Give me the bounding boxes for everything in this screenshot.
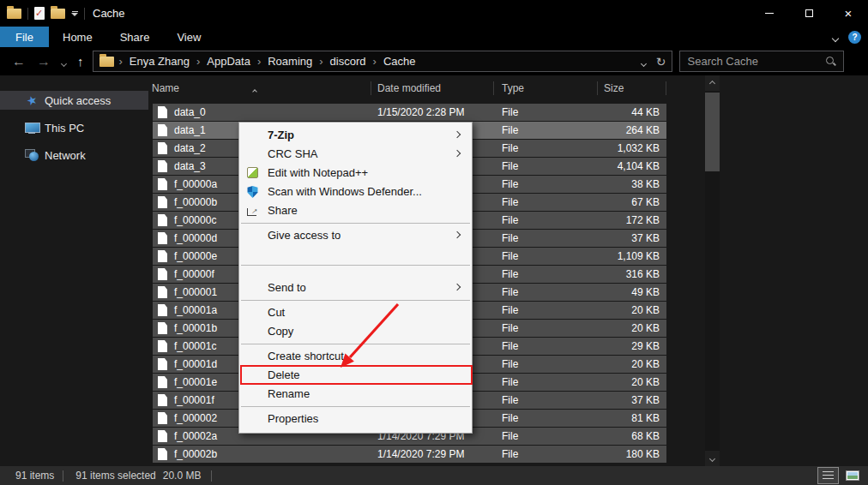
tab-file[interactable]: File	[0, 27, 49, 47]
file-type-cell: File	[494, 158, 598, 175]
expand-ribbon-chevron-icon[interactable]	[833, 29, 838, 45]
context-menu-item-create-shortcut[interactable]: Create shortcut	[239, 347, 472, 366]
breadcrumb-segment-appdata[interactable]: AppData	[205, 55, 252, 68]
search-box[interactable]	[679, 51, 844, 72]
sidebar-item-network[interactable]: Network	[0, 146, 148, 165]
context-menu-item-send-to[interactable]: Send to	[239, 278, 472, 297]
file-explorer-window: Cache × FileHomeShareView ? ← → ↑ ›Enya …	[0, 0, 868, 485]
help-icon[interactable]: ?	[848, 31, 861, 44]
file-row-data-0[interactable]: data_01/15/2020 2:28 PMFile44 KB	[153, 104, 666, 121]
scroll-up-icon[interactable]	[705, 75, 720, 91]
refresh-icon[interactable]: ↻	[656, 55, 666, 69]
menu-spacer	[239, 245, 472, 262]
column-header-date-modified[interactable]: Date modified	[371, 75, 494, 101]
file-type-cell: File	[494, 356, 598, 373]
large-icons-view-button[interactable]	[841, 467, 863, 484]
breadcrumb[interactable]: ›Enya Zhang›AppData›Roaming›discord›Cach…	[93, 51, 672, 72]
file-type-cell: File	[494, 176, 598, 193]
context-menu-item-copy[interactable]: Copy	[239, 322, 472, 341]
breadcrumb-segment-discord[interactable]: discord	[329, 55, 368, 68]
scroll-down-icon[interactable]	[705, 451, 720, 466]
file-icon	[158, 394, 167, 406]
submenu-arrow-icon	[454, 284, 461, 290]
file-name: f_00001e	[174, 374, 217, 391]
context-menu-item-cut[interactable]: Cut	[239, 303, 472, 322]
context-menu-item-delete[interactable]: Delete	[239, 366, 472, 385]
file-name: data_2	[174, 140, 206, 157]
minimize-button[interactable]	[750, 0, 789, 27]
new-folder-qat-icon[interactable]	[51, 9, 65, 19]
file-size-cell: 264 KB	[598, 122, 666, 139]
address-dropdown-chevron-icon[interactable]	[642, 54, 646, 69]
details-view-button[interactable]	[817, 467, 839, 484]
context-menu-item-give-access-to[interactable]: Give access to	[239, 226, 472, 245]
properties-qat-icon[interactable]	[34, 7, 45, 20]
file-size-cell: 44 KB	[598, 104, 666, 121]
menu-separator	[241, 300, 470, 301]
file-size-cell: 49 KB	[598, 284, 666, 301]
forward-icon[interactable]: →	[37, 54, 51, 69]
file-icon	[158, 250, 167, 262]
customize-qat-chevron-icon[interactable]	[71, 11, 78, 16]
file-name-cell: data_0	[153, 104, 371, 121]
file-name: data_3	[174, 158, 206, 175]
file-size-cell: 20 KB	[598, 302, 666, 319]
file-icon	[158, 178, 167, 190]
column-header-type[interactable]: Type	[494, 75, 598, 101]
menu-item-label: Properties	[268, 412, 318, 425]
file-name: f_00001a	[174, 302, 217, 319]
navigation-buttons: ← → ↑	[0, 54, 93, 69]
file-type-cell: File	[494, 122, 598, 139]
menu-item-label: CRC SHA	[268, 147, 318, 160]
back-icon[interactable]: ←	[12, 54, 26, 69]
file-size-cell: 67 KB	[598, 194, 666, 211]
breadcrumb-segment-roaming[interactable]: Roaming	[266, 55, 314, 68]
vertical-scrollbar[interactable]	[705, 75, 720, 466]
current-folder-icon	[99, 57, 114, 67]
close-button[interactable]: ×	[829, 0, 868, 27]
address-bar-row: ← → ↑ ›Enya Zhang›AppData›Roaming›discor…	[0, 47, 868, 75]
context-menu-item-7-zip[interactable]: 7-Zip	[239, 126, 472, 145]
monitor-icon	[25, 122, 39, 134]
breadcrumb-segment-cache[interactable]: Cache	[382, 55, 418, 68]
context-menu-item-rename[interactable]: Rename	[239, 385, 472, 404]
column-header-size[interactable]: Size	[598, 75, 666, 101]
maximize-button[interactable]	[789, 0, 829, 27]
breadcrumb-segment-enya-zhang[interactable]: Enya Zhang	[128, 55, 191, 68]
sidebar-item-quick-access[interactable]: ★Quick access	[0, 91, 148, 110]
tab-view[interactable]: View	[163, 27, 214, 47]
context-menu-item-share[interactable]: Share	[239, 201, 472, 220]
network-icon	[24, 149, 39, 161]
breadcrumb-separator-icon: ›	[368, 55, 382, 68]
breadcrumb-right-controls: ↻	[642, 51, 666, 71]
context-menu: 7-ZipCRC SHAEdit with Notepad++Scan with…	[238, 122, 473, 434]
star-icon: ★	[24, 94, 39, 106]
recent-locations-chevron-icon[interactable]	[62, 54, 66, 69]
file-name: f_00000a	[174, 176, 217, 193]
context-menu-item-scan-with-windows-defender[interactable]: Scan with Windows Defender...	[239, 183, 472, 201]
file-type-cell: File	[494, 194, 598, 211]
context-menu-item-edit-with-notepad[interactable]: Edit with Notepad++	[239, 164, 472, 183]
menu-item-label: Give access to	[268, 229, 341, 242]
file-name: f_00000e	[174, 248, 217, 265]
sidebar-item-this-pc[interactable]: This PC	[0, 118, 148, 137]
file-row-f-00002b[interactable]: f_00002b1/14/2020 7:29 PMFile180 KB	[153, 446, 666, 463]
file-size-cell: 172 KB	[598, 212, 666, 229]
up-icon[interactable]: ↑	[77, 54, 84, 69]
tab-share[interactable]: Share	[106, 27, 164, 47]
scrollbar-thumb[interactable]	[705, 93, 720, 171]
file-date-cell: 1/14/2020 7:29 PM	[371, 446, 494, 463]
context-menu-item-properties[interactable]: Properties	[239, 410, 472, 428]
menu-separator	[241, 223, 470, 224]
tab-home[interactable]: Home	[49, 27, 106, 47]
title-bar: Cache ×	[0, 0, 868, 27]
file-size-cell: 29 KB	[598, 338, 666, 355]
file-icon	[158, 142, 167, 154]
search-icon[interactable]	[826, 57, 836, 67]
file-type-cell: File	[494, 410, 598, 427]
file-icon	[158, 340, 167, 352]
context-menu-item-crc-sha[interactable]: CRC SHA	[239, 145, 472, 164]
toolbar-separator	[27, 8, 28, 20]
file-size-cell: 1,109 KB	[598, 248, 666, 265]
column-header-name[interactable]: Name	[148, 75, 371, 101]
